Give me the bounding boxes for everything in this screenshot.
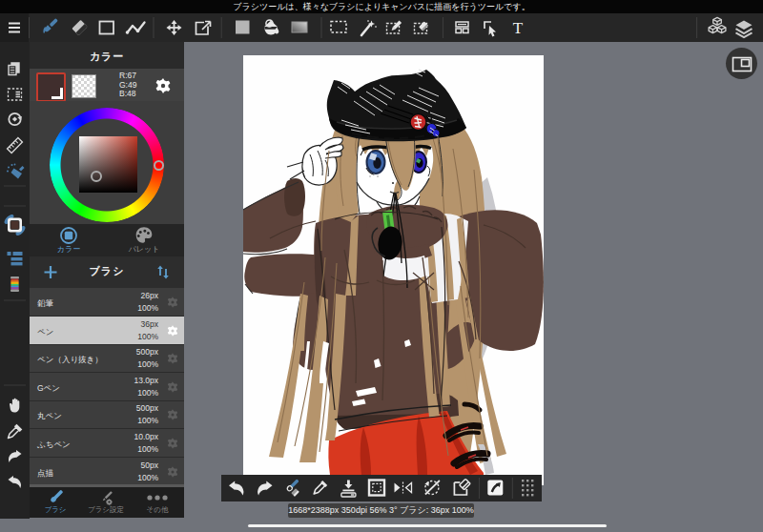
svg-text:その他: その他 [147, 505, 169, 514]
svg-text:ブラシ設定: ブラシ設定 [88, 505, 124, 514]
svg-text:カラー: カラー [57, 245, 80, 254]
svg-text:T: T [513, 19, 524, 37]
svg-text:ブラシ: ブラシ [44, 505, 66, 514]
svg-text:パレット: パレット [128, 245, 160, 254]
